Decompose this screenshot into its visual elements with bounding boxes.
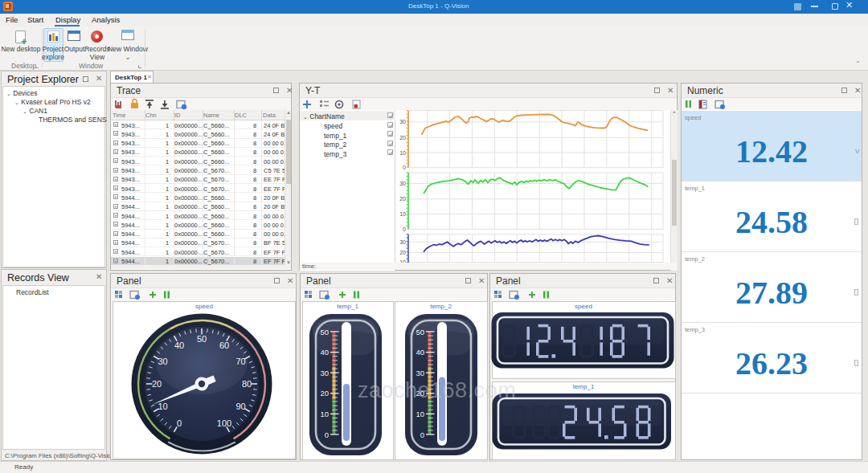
svg-text:90: 90 (235, 402, 245, 411)
svg-text:0: 0 (403, 165, 406, 170)
svg-text:20: 20 (399, 196, 406, 202)
svg-text:100: 100 (217, 418, 231, 428)
svg-text:70: 70 (235, 357, 245, 366)
svg-text:40: 40 (174, 340, 184, 350)
svg-text:80: 80 (242, 379, 252, 389)
svg-text:0: 0 (325, 430, 329, 439)
svg-text:20: 20 (152, 379, 162, 389)
svg-text:30: 30 (399, 181, 406, 186)
svg-text:10: 10 (320, 410, 329, 418)
svg-text:30: 30 (320, 369, 329, 377)
svg-text:0: 0 (403, 226, 406, 232)
svg-text:0: 0 (177, 418, 182, 428)
svg-text:50: 50 (197, 334, 207, 344)
svg-text:40: 40 (416, 348, 424, 357)
svg-text:30: 30 (158, 357, 167, 366)
svg-text:30: 30 (399, 119, 406, 124)
svg-text:20: 20 (399, 250, 406, 255)
svg-text:30: 30 (399, 239, 406, 245)
svg-text:10: 10 (416, 410, 424, 418)
svg-text:20: 20 (320, 389, 329, 398)
svg-text:10: 10 (399, 150, 406, 156)
svg-text:50: 50 (320, 328, 329, 336)
svg-text:60: 60 (219, 340, 229, 350)
svg-text:20: 20 (399, 135, 406, 141)
svg-text:10: 10 (399, 211, 406, 217)
svg-text:10: 10 (158, 402, 167, 411)
svg-text:40: 40 (320, 348, 329, 357)
svg-text:0: 0 (420, 430, 424, 439)
svg-text:30: 30 (416, 369, 424, 377)
svg-text:50: 50 (416, 328, 424, 336)
